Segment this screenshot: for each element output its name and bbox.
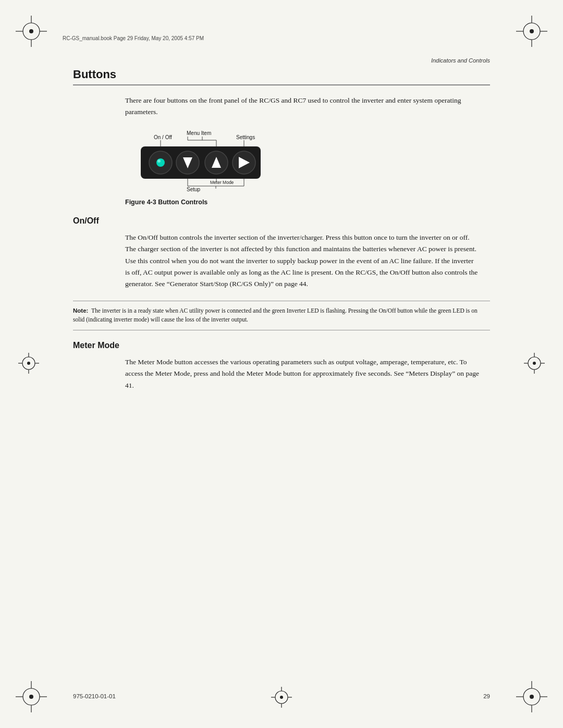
corner-mark-bl (16, 681, 47, 712)
figure-caption-bold: Figure 4-3 Button Controls (125, 199, 207, 206)
on-off-body-text: The On/Off button controls the inverter … (125, 232, 480, 290)
button-controls-svg: On / Off Menu Item Settings Meter Mode (125, 130, 297, 192)
note-box: Note: The inverter is in a ready state w… (73, 301, 490, 331)
svg-text:Menu Item: Menu Item (187, 130, 211, 136)
note-label: Note: (73, 307, 88, 314)
corner-mark-br (516, 681, 547, 712)
mid-mark-right (524, 353, 545, 376)
svg-text:Setup: Setup (187, 187, 201, 192)
main-content: Buttons There are four buttons on the fr… (73, 68, 490, 676)
meter-mode-body-text: The Meter Mode button accesses the vario… (125, 356, 480, 391)
svg-point-19 (530, 695, 534, 699)
section-title: Buttons (73, 68, 490, 85)
figure-caption: Figure 4-3 Button Controls (125, 199, 490, 206)
svg-text:On / Off: On / Off (154, 134, 172, 140)
svg-text:Settings: Settings (236, 134, 255, 140)
note-body: The inverter is in a ready state when AC… (73, 307, 478, 323)
footer-part-number: 975-0210-01-01 (73, 693, 116, 699)
footer: 975-0210-01-01 29 (73, 693, 490, 699)
svg-point-13 (29, 695, 33, 699)
button-diagram: On / Off Menu Item Settings Meter Mode (125, 130, 297, 194)
svg-point-31 (533, 362, 536, 365)
svg-point-7 (530, 29, 534, 33)
page: RC-GS_manual.book Page 29 Friday, May 20… (0, 0, 563, 728)
corner-mark-tr (516, 16, 547, 47)
header-section-label: Indicators and Controls (431, 57, 490, 64)
svg-point-45 (157, 159, 161, 163)
corner-mark-tl (16, 16, 47, 47)
note-text: Note: The inverter is in a ready state w… (73, 306, 490, 325)
header-file-info: RC-GS_manual.book Page 29 Friday, May 20… (63, 35, 500, 41)
mid-mark-left (18, 353, 39, 376)
svg-point-44 (156, 158, 165, 167)
svg-point-25 (27, 362, 30, 365)
footer-page-number: 29 (483, 693, 490, 699)
svg-text:Meter Mode: Meter Mode (210, 180, 234, 185)
intro-paragraph: There are four buttons on the front pane… (125, 95, 480, 117)
subsection-heading-meter-mode: Meter Mode (73, 341, 490, 350)
subsection-heading-on-off: On/Off (73, 216, 490, 226)
svg-point-1 (29, 29, 33, 33)
